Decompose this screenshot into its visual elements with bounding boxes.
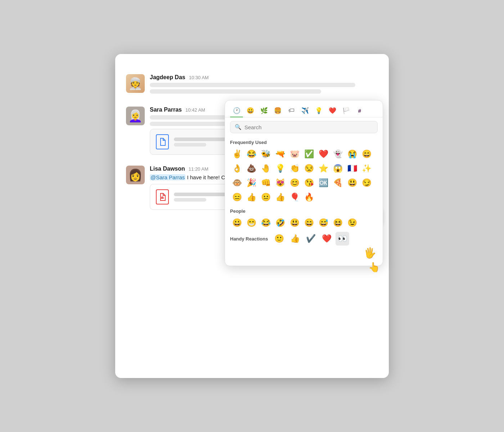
file-line-short <box>174 143 206 147</box>
emoji-cell[interactable]: 😏 <box>360 176 373 190</box>
emoji-cell[interactable]: 🇫🇷 <box>345 162 359 175</box>
emoji-section-people: People 😀 😁 😂 🤣 😃 😄 😅 😆 😉 <box>225 204 383 230</box>
floating-emoji-container: 🖐️ <box>225 246 383 261</box>
emoji-cell[interactable]: ❤️ <box>316 147 330 161</box>
emoji-cell[interactable]: 😄 <box>302 216 316 230</box>
emoji-cell[interactable]: 😑 <box>230 190 244 204</box>
emoji-tab-flags[interactable]: 🏳️ <box>339 104 352 117</box>
file-lines-lisa <box>174 193 231 202</box>
emoji-cell[interactable]: 😐 <box>259 190 273 204</box>
emoji-picker-scroll[interactable]: Frequently Used ✌️ 😂 🐝 🔫 🐷 ✅ ❤️ 👻 😭 😄 <box>225 135 383 230</box>
file-lines <box>174 138 231 147</box>
emoji-cell[interactable]: 😭 <box>345 147 359 161</box>
emoji-cell[interactable]: 👊 <box>259 176 273 190</box>
handy-emoji-eyes[interactable]: 👀 <box>336 232 349 246</box>
emoji-search-input[interactable] <box>244 124 373 130</box>
handy-reactions-row: Handy Reactions 🙂 👍 ✔️ ❤️ 👀 <box>225 230 383 246</box>
avatar-sara: 👩‍🦳 <box>126 107 145 125</box>
emoji-cell[interactable]: 😻 <box>273 176 287 190</box>
emoji-cell[interactable]: 👏 <box>288 162 301 175</box>
emoji-tab-food[interactable]: 🍔 <box>271 104 284 117</box>
emoji-section-frequent: Frequently Used ✌️ 😂 🐝 🔫 🐷 ✅ ❤️ 👻 😭 😄 <box>225 135 383 204</box>
search-icon: 🔍 <box>235 124 242 130</box>
file-line-long-lisa <box>174 193 231 196</box>
emoji-cell[interactable]: 😁 <box>244 216 258 230</box>
file-line-short-lisa <box>174 198 206 202</box>
emoji-cell[interactable]: 😀 <box>230 216 244 230</box>
emoji-cell[interactable]: 🤣 <box>273 216 287 230</box>
emoji-cell[interactable]: 🆗 <box>316 176 330 190</box>
timestamp-sara: 10:42 AM <box>185 107 205 113</box>
emoji-cell[interactable]: 😒 <box>302 162 316 175</box>
sender-name-jagdeep: Jagdeep Das <box>150 74 185 81</box>
emoji-cell[interactable]: 🐵 <box>230 176 244 190</box>
emoji-cell[interactable]: 😄 <box>360 147 373 161</box>
file-icon-blue <box>156 134 169 149</box>
emoji-cell[interactable]: 😱 <box>331 162 345 175</box>
emoji-cell[interactable]: 🍕 <box>331 176 345 190</box>
emoji-grid-frequent: ✌️ 😂 🐝 🔫 🐷 ✅ ❤️ 👻 😭 😄 👌 💩 <box>230 147 378 204</box>
emoji-picker: 🕐 😀 🌿 🍔 🏷 ✈️ 💡 ❤️ 🏳️ # 🔍 <box>225 100 383 266</box>
file-icon-red <box>156 189 169 204</box>
message-body-jagdeep: Jagdeep Das 10:30 AM <box>150 74 378 96</box>
timestamp-lisa: 11:20 AM <box>189 166 208 172</box>
floating-hand-emoji: 🖐️ <box>364 247 376 259</box>
emoji-cell[interactable]: ✨ <box>360 162 373 175</box>
emoji-tab-travel[interactable]: ✈️ <box>298 104 311 117</box>
section-label-frequent: Frequently Used <box>230 140 378 145</box>
emoji-search-bar: 🔍 <box>230 121 378 133</box>
emoji-tab-recent[interactable]: 🕐 <box>230 104 243 117</box>
emoji-cell[interactable]: 😅 <box>316 216 330 230</box>
emoji-cell[interactable]: 😂 <box>244 147 258 161</box>
emoji-tab-objects[interactable]: 💡 <box>312 104 325 117</box>
emoji-cell[interactable]: 🤚 <box>259 162 273 175</box>
avatar-jagdeep: 👳 <box>126 74 145 93</box>
emoji-cell[interactable]: ✌️ <box>230 147 244 161</box>
emoji-cell[interactable]: 💡 <box>273 162 287 175</box>
cursor-pointer: 👆 <box>368 262 380 273</box>
emoji-grid-people: 😀 😁 😂 🤣 😃 😄 😅 😆 😉 <box>230 216 378 230</box>
emoji-picker-tabs: 🕐 😀 🌿 🍔 🏷 ✈️ 💡 ❤️ 🏳️ # <box>225 100 383 117</box>
handy-emoji-check[interactable]: ✔️ <box>304 232 318 246</box>
section-label-people: People <box>230 208 378 214</box>
emoji-cell[interactable]: 🔫 <box>273 147 287 161</box>
emoji-cell[interactable]: 😃 <box>345 176 359 190</box>
avatar-lisa: 👩 <box>126 166 145 184</box>
handy-reactions-label: Handy Reactions <box>230 236 268 242</box>
emoji-cell[interactable]: 😊 <box>288 176 301 190</box>
emoji-cell[interactable]: ✅ <box>302 147 316 161</box>
emoji-tab-smileys[interactable]: 😀 <box>244 104 257 117</box>
timestamp-jagdeep: 10:30 AM <box>189 75 209 80</box>
emoji-cell[interactable]: 👌 <box>230 162 244 175</box>
emoji-cell[interactable]: 😆 <box>331 216 345 230</box>
sender-name-sara: Sara Parras <box>150 107 182 113</box>
message-item-jagdeep: 👳 Jagdeep Das 10:30 AM 🕐 😀 🌿 🍔 🏷 <box>126 68 378 101</box>
emoji-cell[interactable]: 😉 <box>345 216 359 230</box>
emoji-cell[interactable]: 💩 <box>244 162 258 175</box>
app-window: 👳 Jagdeep Das 10:30 AM 🕐 😀 🌿 🍔 🏷 <box>115 54 389 378</box>
handy-emoji-smile[interactable]: 🙂 <box>272 232 286 246</box>
handy-emoji-heart[interactable]: ❤️ <box>320 232 333 246</box>
emoji-cell[interactable]: 🔥 <box>302 190 316 204</box>
handy-emoji-thumbsup[interactable]: 👍 <box>288 232 302 246</box>
emoji-cell[interactable]: ⭐ <box>316 162 330 175</box>
file-line-long <box>174 138 231 141</box>
emoji-cell[interactable]: 🎈 <box>288 190 301 204</box>
emoji-cell[interactable]: 😃 <box>288 216 301 230</box>
sender-name-lisa: Lisa Dawson <box>150 166 185 172</box>
emoji-tab-tags[interactable]: 🏷 <box>285 104 298 117</box>
mention-sara: @Sara Parras <box>150 174 185 180</box>
emoji-cell[interactable]: 👻 <box>331 147 345 161</box>
emoji-tab-slack[interactable]: # <box>353 104 366 117</box>
emoji-cell[interactable]: 🎉 <box>244 176 258 190</box>
message-line-2 <box>150 89 321 94</box>
emoji-tab-nature[interactable]: 🌿 <box>257 104 270 117</box>
emoji-cell[interactable]: 😘 <box>302 176 316 190</box>
emoji-cell[interactable]: 🐷 <box>288 147 301 161</box>
message-header-jagdeep: Jagdeep Das 10:30 AM <box>150 74 378 81</box>
emoji-cell[interactable]: 👍 <box>244 190 258 204</box>
emoji-cell[interactable]: 🐝 <box>259 147 273 161</box>
emoji-tab-symbols[interactable]: ❤️ <box>326 104 339 117</box>
emoji-cell[interactable]: 😂 <box>259 216 273 230</box>
emoji-cell[interactable]: 👍 <box>273 190 287 204</box>
